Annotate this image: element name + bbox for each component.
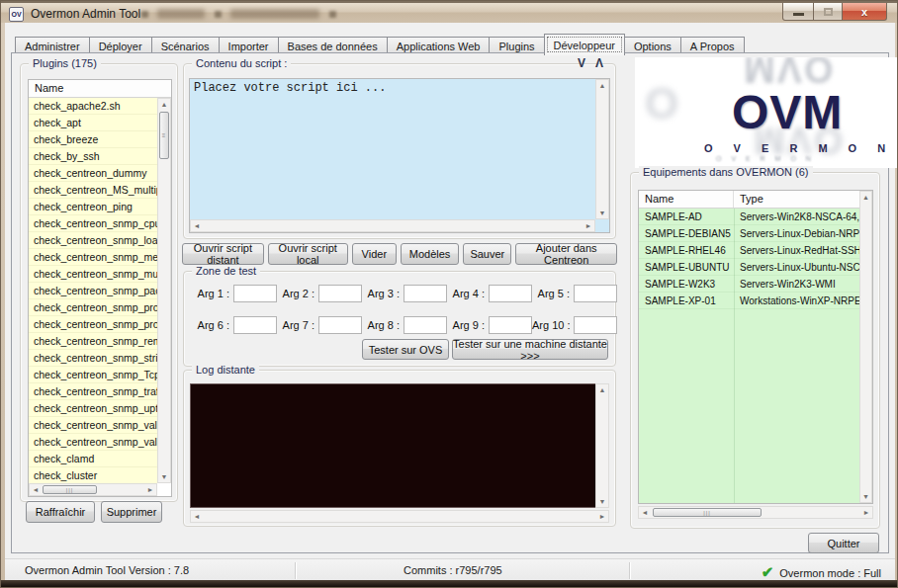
log-horizontal-scrollbar[interactable]: ◄ ► — [190, 510, 609, 523]
save-button[interactable]: Sauver — [463, 243, 511, 265]
plugin-row[interactable]: check_cluster — [29, 467, 158, 483]
quit-button[interactable]: Quitter — [808, 533, 879, 553]
plugins-list[interactable]: Name check_apache2.sh check_apt check_br… — [28, 79, 172, 497]
scroll-right-icon[interactable]: ► — [596, 511, 608, 522]
scroll-left-icon[interactable]: ◄ — [191, 511, 203, 522]
plugins-horizontal-scrollbar[interactable]: ◄ ||| ► — [29, 483, 157, 496]
arg-input[interactable] — [233, 316, 277, 334]
plugin-row[interactable]: check_centreon_ping — [29, 199, 158, 215]
plugin-row[interactable]: check_clamd — [29, 451, 158, 467]
plugins-group-label: Plugins (175) — [29, 57, 101, 69]
plugin-row[interactable]: check_centreon_MS_multiple_serv — [29, 182, 158, 199]
close-button[interactable]: x — [843, 3, 887, 21]
collapse-up-icon[interactable]: Λ — [595, 56, 603, 70]
scroll-left-icon[interactable]: ◄ — [639, 507, 651, 518]
plugin-row[interactable]: check_centreon_snmp_loadaverag — [29, 232, 158, 249]
arg-input[interactable] — [318, 285, 362, 302]
scroll-up-icon[interactable]: ▲ — [596, 80, 608, 91]
add-to-centreon-button[interactable]: Ajouter dans Centreon — [515, 243, 617, 265]
plugin-row[interactable]: check_centreon_dummy — [29, 165, 158, 182]
scroll-right-icon[interactable]: ► — [860, 507, 872, 518]
tab-developpeur[interactable]: Développeur — [544, 34, 625, 55]
equipment-row[interactable]: SAMPLE-RHEL46 Servers-Linux-RedHat-SSH,S… — [639, 242, 859, 259]
plugin-row[interactable]: check_centreon_snmp_multiple_pr — [29, 266, 158, 283]
plugin-row[interactable]: check_centreon_snmp_string — [29, 350, 158, 367]
arg-input[interactable] — [489, 285, 532, 302]
plugin-row[interactable]: check_centreon_snmp_process — [29, 299, 158, 316]
log-vertical-scrollbar[interactable]: ▲ ▼ — [595, 383, 609, 508]
plugin-row[interactable]: check_centreon_snmp_uptime — [29, 400, 158, 417]
scrollbar-thumb[interactable]: ≡ — [159, 112, 169, 159]
plugins-vertical-scrollbar[interactable]: ▲ ≡ ▼ — [157, 98, 171, 483]
equipment-horizontal-scrollbar[interactable]: ◄ ||| ► — [638, 506, 873, 519]
open-remote-script-button[interactable]: Ouvrir script distant — [182, 243, 264, 265]
scroll-right-icon[interactable]: ► — [144, 484, 156, 495]
arg-input[interactable] — [233, 285, 277, 302]
scroll-down-icon[interactable]: ▼ — [596, 208, 608, 218]
plugin-row[interactable]: check_centreon_snmp_value — [29, 417, 158, 434]
scroll-left-icon[interactable]: ◄ — [30, 484, 42, 495]
scroll-up-icon[interactable]: ▲ — [158, 99, 170, 110]
equipment-row[interactable]: SAMPLE-DEBIAN5 Servers-Linux-Debian-NRPE… — [639, 225, 859, 242]
clear-button[interactable]: Vider — [352, 243, 397, 265]
name-column-header[interactable]: Name — [639, 191, 734, 208]
script-content[interactable]: Placez votre script ici ... — [194, 81, 593, 217]
equipment-table[interactable]: Name Type SAMPLE-AD Servers-Win2K8-NSCA-… — [638, 190, 873, 504]
plugins-name-column-header[interactable]: Name — [35, 82, 63, 94]
scroll-down-icon[interactable]: ▼ — [596, 496, 608, 507]
equipment-row[interactable]: SAMPLE-UBUNTU Servers-Linux-Ubuntu-NSCA — [639, 259, 859, 276]
script-editor[interactable]: Placez votre script ici ... ▲ ▼ ◄ ► — [189, 78, 610, 233]
scroll-right-icon[interactable]: ► — [583, 220, 594, 231]
arg-input[interactable] — [574, 285, 617, 302]
plugin-row[interactable]: check_centreon_snmp_process_d — [29, 316, 158, 333]
maximize-button[interactable] — [814, 3, 843, 21]
scroll-up-icon[interactable]: ▲ — [860, 192, 871, 203]
arg-input[interactable] — [404, 285, 447, 302]
plugin-row[interactable]: check_by_ssh — [29, 148, 158, 165]
open-local-script-button[interactable]: Ouvrir script local — [268, 243, 348, 265]
arg-input[interactable] — [489, 316, 532, 334]
scroll-left-icon[interactable]: ◄ — [191, 220, 203, 231]
scrollbar-thumb[interactable]: ||| — [653, 508, 762, 517]
arg-label: Arg 2 : — [277, 288, 314, 299]
templates-button[interactable]: Modèles — [401, 243, 459, 265]
plugin-row[interactable]: check_apache2.sh — [29, 98, 158, 115]
scroll-down-icon[interactable]: ▼ — [158, 471, 170, 482]
delete-button[interactable]: Supprimer — [101, 501, 162, 523]
plugin-row[interactable]: check_breeze — [29, 131, 158, 148]
arg-field: Arg 6 : — [192, 315, 277, 334]
plugin-row[interactable]: check_centreon_snmp_cpu — [29, 215, 158, 232]
arg-input[interactable] — [404, 316, 447, 334]
test-remote-machine-button[interactable]: Tester sur une machine distante >>> — [452, 339, 608, 360]
arg-field: Arg 4 : — [447, 284, 532, 302]
collapse-down-icon[interactable]: V — [578, 56, 585, 70]
plugins-list-header[interactable]: Name — [29, 80, 171, 98]
test-on-ovs-button[interactable]: Tester sur OVS — [362, 339, 449, 360]
script-horizontal-scrollbar[interactable]: ◄ ► — [190, 219, 595, 232]
equipment-row[interactable]: SAMPLE-XP-01 Workstations-WinXP-NRPE-32 — [639, 293, 859, 309]
window-controls: x — [782, 3, 887, 21]
plugin-row[interactable]: check_centreon_snmp_packetErro — [29, 283, 158, 299]
scrollbar-thumb[interactable]: ||| — [43, 485, 97, 494]
plugin-row[interactable]: check_apt — [29, 115, 158, 131]
arg-input[interactable] — [574, 316, 617, 334]
scroll-up-icon[interactable]: ▲ — [596, 384, 608, 395]
refresh-button[interactable]: Raffraîchir — [26, 501, 95, 523]
minimize-button[interactable] — [782, 3, 814, 21]
plugin-row[interactable]: check_centreon_snmp_memory — [29, 249, 158, 266]
plugin-row[interactable]: check_centreon_snmp_remote_stc — [29, 333, 158, 350]
equipment-vertical-scrollbar[interactable]: ▲ ▼ — [859, 191, 872, 503]
plugin-row[interactable]: check_centreon_snmp_TcpConn — [29, 367, 158, 383]
script-vertical-scrollbar[interactable]: ▲ ▼ — [595, 79, 609, 219]
arg-label: Arg 3 : — [362, 288, 400, 299]
arg-input[interactable] — [318, 316, 362, 334]
titlebar[interactable]: OV Overmon Admin Tool x — [1, 1, 897, 23]
equipment-row[interactable]: SAMPLE-W2K3 Servers-Win2K3-WMI — [639, 276, 859, 293]
plugin-row[interactable]: check_centreon_snmp_value_tabl — [29, 434, 158, 451]
equipment-row[interactable]: SAMPLE-AD Servers-Win2K8-NSCA-64,Servers… — [639, 209, 859, 225]
scroll-down-icon[interactable]: ▼ — [860, 491, 871, 502]
type-column-header[interactable]: Type — [734, 191, 763, 208]
remote-log-output[interactable] — [190, 383, 597, 508]
plugin-row[interactable]: check_centreon_snmp_traffic — [29, 383, 158, 400]
plugins-group: Plugins (175) Name check_apache2.sh chec… — [20, 63, 178, 502]
